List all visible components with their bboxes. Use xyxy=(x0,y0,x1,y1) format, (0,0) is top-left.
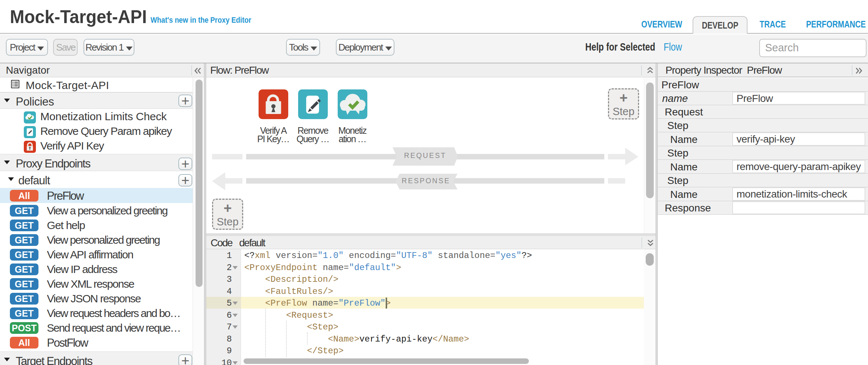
svg-text:REQUEST: REQUEST xyxy=(404,151,446,159)
svg-text:RESPONSE: RESPONSE xyxy=(402,177,450,185)
